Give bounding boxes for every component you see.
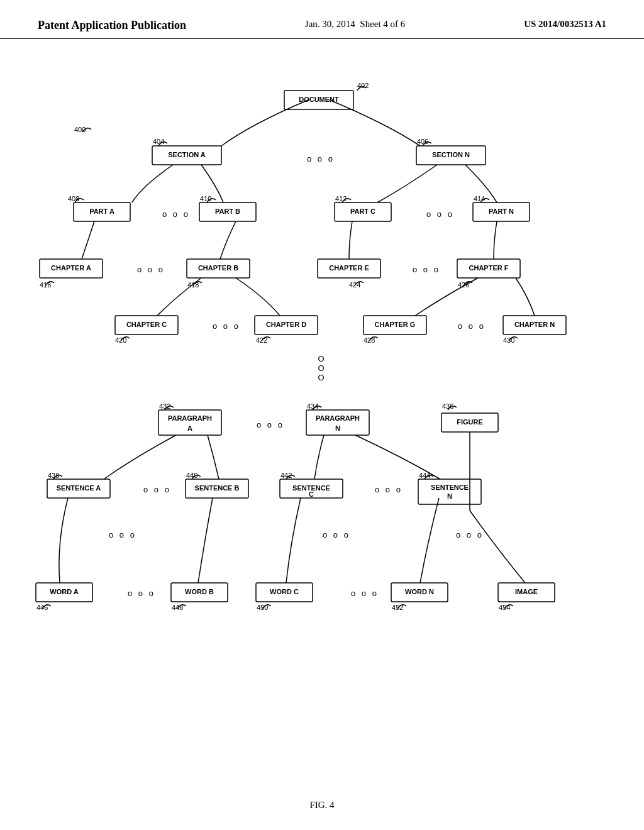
svg-text:WORD A: WORD A bbox=[50, 588, 78, 595]
svg-text:CHAPTER N: CHAPTER N bbox=[514, 321, 555, 328]
svg-text:O: O bbox=[318, 373, 326, 382]
svg-text:SENTENCE A: SENTENCE A bbox=[57, 484, 101, 492]
svg-text:o o o: o o o bbox=[162, 209, 190, 219]
figure-label: FIG. 4 bbox=[0, 794, 644, 817]
svg-text:o o o: o o o bbox=[143, 485, 171, 494]
svg-text:PARAGRAPH: PARAGRAPH bbox=[316, 414, 360, 422]
svg-text:CHAPTER D: CHAPTER D bbox=[266, 321, 306, 328]
svg-text:SENTENCE B: SENTENCE B bbox=[195, 484, 240, 492]
svg-text:o o o: o o o bbox=[426, 209, 454, 219]
svg-text:PART C: PART C bbox=[350, 208, 375, 215]
svg-text:N: N bbox=[335, 424, 340, 432]
svg-text:o o o: o o o bbox=[413, 265, 440, 274]
svg-text:N: N bbox=[447, 492, 452, 500]
svg-text:SECTION N: SECTION N bbox=[432, 151, 470, 158]
svg-text:410: 410 bbox=[200, 195, 211, 202]
svg-text:o o o: o o o bbox=[323, 530, 350, 540]
svg-text:CHAPTER C: CHAPTER C bbox=[126, 321, 167, 328]
svg-text:WORD C: WORD C bbox=[270, 588, 299, 595]
svg-text:A: A bbox=[187, 424, 192, 432]
svg-text:CHAPTER F: CHAPTER F bbox=[469, 264, 509, 272]
svg-text:o o o: o o o bbox=[375, 485, 402, 494]
svg-text:412: 412 bbox=[335, 195, 347, 202]
svg-text:CHAPTER B: CHAPTER B bbox=[198, 264, 238, 272]
diagram-svg: DOCUMENT 402 400 SECTION A 404 SECTION N… bbox=[0, 39, 644, 794]
svg-text:PART N: PART N bbox=[489, 208, 514, 215]
svg-text:IMAGE: IMAGE bbox=[515, 588, 538, 595]
svg-text:O: O bbox=[318, 354, 326, 363]
svg-text:408: 408 bbox=[68, 195, 79, 202]
svg-text:o o o: o o o bbox=[109, 530, 136, 540]
svg-text:PART A: PART A bbox=[89, 208, 114, 215]
svg-text:PART B: PART B bbox=[215, 208, 240, 215]
svg-text:WORD N: WORD N bbox=[405, 588, 434, 595]
header-right: US 2014/0032513 A1 bbox=[524, 19, 606, 30]
svg-text:SENTENCE: SENTENCE bbox=[431, 484, 469, 491]
svg-text:o o o: o o o bbox=[128, 589, 155, 598]
svg-text:404: 404 bbox=[153, 138, 164, 145]
svg-text:o o o: o o o bbox=[351, 589, 379, 598]
svg-text:O: O bbox=[318, 363, 326, 373]
svg-text:o o o: o o o bbox=[456, 530, 484, 540]
diagram-container: DOCUMENT 402 400 SECTION A 404 SECTION N… bbox=[0, 39, 644, 794]
svg-text:o o o: o o o bbox=[307, 154, 335, 163]
svg-text:414: 414 bbox=[474, 195, 485, 202]
svg-text:PARAGRAPH: PARAGRAPH bbox=[168, 414, 212, 422]
svg-text:C: C bbox=[309, 490, 314, 498]
svg-text:406: 406 bbox=[417, 138, 428, 145]
svg-text:CHAPTER A: CHAPTER A bbox=[51, 264, 91, 272]
header-center: Jan. 30, 2014 Sheet 4 of 6 bbox=[305, 19, 406, 30]
svg-text:o o o: o o o bbox=[458, 321, 486, 331]
svg-text:CHAPTER E: CHAPTER E bbox=[329, 264, 369, 272]
svg-text:WORD B: WORD B bbox=[185, 588, 214, 595]
svg-text:o o o: o o o bbox=[137, 265, 165, 274]
svg-text:o o o: o o o bbox=[257, 420, 284, 429]
header-left: Patent Application Publication bbox=[38, 19, 186, 32]
svg-text:FIGURE: FIGURE bbox=[457, 418, 483, 426]
page-header: Patent Application Publication Jan. 30, … bbox=[0, 0, 644, 39]
svg-text:SECTION A: SECTION A bbox=[168, 151, 206, 158]
svg-text:o o o: o o o bbox=[213, 321, 240, 331]
svg-text:CHAPTER G: CHAPTER G bbox=[375, 321, 416, 328]
